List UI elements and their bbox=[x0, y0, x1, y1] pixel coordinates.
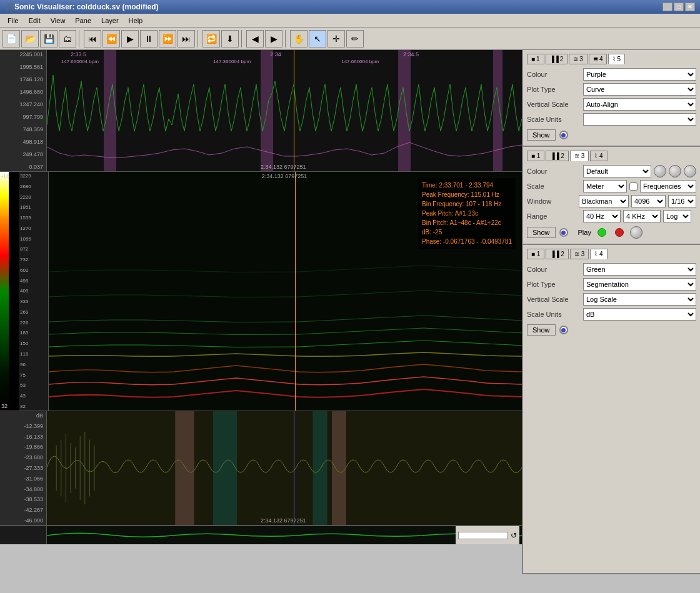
freq-17: 118 bbox=[20, 351, 47, 357]
mid-cursor-line bbox=[295, 172, 296, 411]
bottom-rms-panel[interactable]: dB -12.399 -16.133 -19.866 -23.600 -27.3… bbox=[0, 411, 522, 526]
section2-level-knob[interactable] bbox=[630, 226, 642, 239]
section2-range-control: 40 Hz 4 KHz Log bbox=[583, 210, 696, 222]
new-button[interactable]: 📄 bbox=[2, 30, 20, 47]
menu-help[interactable]: Help bbox=[124, 16, 148, 26]
select-tool-button[interactable]: ↖ bbox=[309, 30, 326, 47]
section3-colour-label: Colour bbox=[527, 266, 583, 273]
open-button[interactable]: 📂 bbox=[21, 30, 39, 47]
section2-window-select[interactable]: Blackman bbox=[579, 195, 629, 207]
section3-tab-1[interactable]: ■ 1 bbox=[527, 249, 544, 259]
section2-range-from-select[interactable]: 40 Hz bbox=[583, 210, 621, 222]
section2-window-hop-select[interactable]: 1/16 bbox=[668, 195, 696, 207]
section2-tab-2[interactable]: ▐▐ 2 bbox=[546, 151, 569, 161]
pan-tool-button[interactable]: ✋ bbox=[290, 30, 308, 47]
draw-tool-button[interactable]: ✏ bbox=[346, 30, 364, 47]
prev-button[interactable]: ⏪ bbox=[102, 30, 120, 47]
section3-show-radio[interactable] bbox=[559, 326, 568, 334]
section3-colour-select[interactable]: Green bbox=[583, 263, 696, 276]
top-waveform-panel[interactable]: 2245.001 1995.561 1746.120 1496.680 1247… bbox=[0, 50, 522, 172]
freq-13: 269 bbox=[20, 309, 47, 315]
section3-show-button[interactable]: Show bbox=[527, 324, 556, 336]
section1-tab-5[interactable]: ⌇ 5 bbox=[608, 54, 625, 64]
section3-plottype-select[interactable]: Segmentation bbox=[583, 278, 696, 291]
section3-tab-4[interactable]: ⌇ 4 bbox=[590, 249, 607, 259]
section2-window-size-select[interactable]: 4096 bbox=[631, 195, 666, 207]
sidebar-section-2: ■ 1 ▐▐ 2 ≋ 3 ⌇ 4 Colour Default bbox=[523, 147, 700, 245]
arrow-left-button[interactable]: ◀ bbox=[246, 30, 264, 47]
y-label-6: 748.359 bbox=[1, 126, 45, 132]
section2-knob-2[interactable] bbox=[669, 165, 681, 177]
sep1 bbox=[79, 30, 81, 47]
section2-tab-3[interactable]: ≋ 3 bbox=[570, 151, 589, 161]
section1-tab3-label: 3 bbox=[579, 56, 583, 62]
maximize-button[interactable]: □ bbox=[674, 2, 684, 11]
arrow-right-button[interactable]: ▶ bbox=[265, 30, 282, 47]
section2-show-button[interactable]: Show bbox=[527, 227, 556, 238]
section3-vscale-label: Vertical Scale bbox=[527, 296, 583, 303]
section3-plottype-label: Plot Type bbox=[527, 281, 583, 288]
section2-tab-4[interactable]: ⌇ 4 bbox=[590, 151, 607, 161]
timeline-svg bbox=[47, 526, 522, 544]
loop-button[interactable]: 🔁 bbox=[202, 30, 220, 47]
section1-tab-4[interactable]: ≣ 4 bbox=[589, 54, 608, 64]
spectrogram-panel[interactable]: -16 32 3229 2680 2228 1851 1539 1270 105… bbox=[0, 172, 522, 411]
section2-range-row: Range 40 Hz 4 KHz Log bbox=[527, 210, 696, 222]
menu-layer[interactable]: Layer bbox=[96, 16, 124, 26]
section3-tab-2[interactable]: ▐▐ 2 bbox=[546, 249, 569, 259]
svg-rect-1 bbox=[49, 172, 522, 411]
section2-scale-select[interactable]: Meter bbox=[583, 180, 627, 192]
load-button[interactable]: ⬇ bbox=[221, 30, 239, 47]
section1-plottype-select[interactable]: Curve bbox=[583, 83, 696, 96]
freq-3: 1851 bbox=[20, 204, 47, 210]
section1-tab5-icon: ⌇ bbox=[612, 56, 616, 62]
section2-window-control: Blackman 4096 1/16 bbox=[579, 195, 696, 207]
section2-colour-select[interactable]: Default bbox=[583, 165, 651, 177]
move-tool-button[interactable]: ✛ bbox=[328, 30, 345, 47]
menu-pane[interactable]: Pane bbox=[70, 16, 96, 26]
section1-vscale-select[interactable]: Auto-Align bbox=[583, 98, 696, 111]
section3-vscale-select[interactable]: Log Scale bbox=[583, 293, 696, 306]
section1-colour-select[interactable]: Purple bbox=[583, 68, 696, 81]
next-button[interactable]: ⏩ bbox=[159, 30, 176, 47]
menu-file[interactable]: File bbox=[2, 16, 24, 26]
play-button[interactable]: ▶ bbox=[121, 30, 139, 47]
minimize-button[interactable]: _ bbox=[662, 2, 672, 11]
section2-knob-3[interactable] bbox=[684, 165, 696, 177]
menu-view[interactable]: View bbox=[46, 16, 71, 26]
section2-scale-check[interactable] bbox=[629, 182, 638, 191]
section1-tab-2[interactable]: ▐▐ 2 bbox=[546, 54, 568, 64]
save-as-button[interactable]: 🗂 bbox=[59, 30, 76, 47]
save-button[interactable]: 💾 bbox=[40, 30, 58, 47]
section2-freq-select[interactable]: Frequencies bbox=[640, 180, 696, 192]
freq-6: 1055 bbox=[20, 236, 47, 242]
panels-area: 2245.001 1995.561 1746.120 1496.680 1247… bbox=[0, 50, 522, 574]
freq-19: 75 bbox=[20, 372, 47, 378]
section2-knob-1[interactable] bbox=[654, 165, 666, 177]
section1-tab-1[interactable]: ■ 1 bbox=[527, 54, 544, 64]
close-button[interactable]: ✕ bbox=[685, 2, 695, 11]
section2-tab-1[interactable]: ■ 1 bbox=[527, 151, 544, 161]
bot-y-2: -16.133 bbox=[1, 434, 45, 440]
timeline-scrollbar[interactable] bbox=[458, 532, 508, 539]
bot-y-3: -19.866 bbox=[1, 444, 45, 450]
section2-range-scale-select[interactable]: Log bbox=[663, 210, 691, 222]
section3-tab-3[interactable]: ≋ 3 bbox=[570, 249, 589, 259]
section2-range-to-select[interactable]: 4 KHz bbox=[623, 210, 661, 222]
timeline-refresh-button[interactable]: ↺ bbox=[511, 531, 517, 540]
section2-scale-control: Meter Frequencies bbox=[583, 180, 696, 192]
main-layout: 2245.001 1995.561 1746.120 1496.680 1247… bbox=[0, 50, 700, 574]
y-label-1: 1995.561 bbox=[1, 64, 45, 70]
timeline[interactable]: ↺ bbox=[0, 526, 522, 544]
section1-show-button[interactable]: Show bbox=[527, 129, 556, 141]
section1-scaleunits-label: Scale Units bbox=[527, 116, 583, 123]
section1-scaleunits-select[interactable] bbox=[583, 113, 696, 126]
section1-tab-3[interactable]: ≋ 3 bbox=[569, 54, 588, 64]
section3-scaleunits-select[interactable]: dB bbox=[583, 308, 696, 321]
end-button[interactable]: ⏭ bbox=[178, 30, 195, 47]
section2-show-radio[interactable] bbox=[559, 228, 568, 237]
section1-show-radio[interactable] bbox=[559, 131, 568, 139]
rewind-button[interactable]: ⏮ bbox=[84, 30, 101, 47]
menu-edit[interactable]: Edit bbox=[24, 16, 46, 26]
pause-button[interactable]: ⏸ bbox=[140, 30, 158, 47]
